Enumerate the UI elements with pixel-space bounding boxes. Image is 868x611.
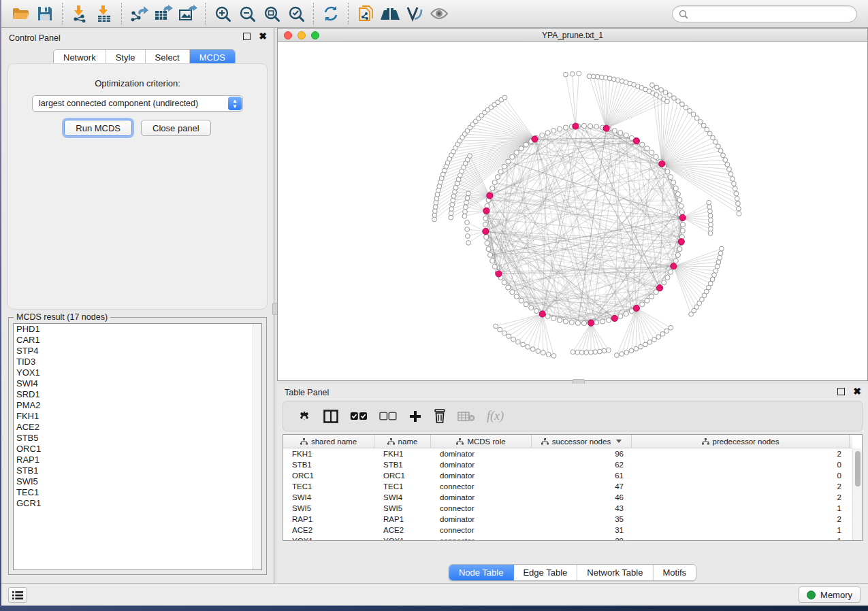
table-cell: 0 (632, 472, 850, 480)
mcds-node[interactable]: SWI4 (14, 378, 261, 389)
main-toolbar (1, 0, 868, 28)
mcds-node[interactable]: STB1 (14, 465, 261, 476)
mcds-result-list[interactable]: PHD1CAR1STP4TID3YOX1SWI4SRD1PMA2FKH1ACE2… (13, 323, 262, 570)
mcds-node[interactable]: SRD1 (14, 389, 261, 400)
tab-edge-table[interactable]: Edge Table (513, 565, 577, 580)
mcds-node[interactable]: PMA2 (14, 400, 261, 411)
column-header-MCDS-role[interactable]: MCDS role (431, 435, 532, 448)
column-header-name[interactable]: name (374, 435, 431, 448)
import-network-icon[interactable] (67, 2, 92, 25)
column-header-predecessor-nodes[interactable]: predecessor nodes (632, 435, 850, 448)
search-input[interactable] (672, 5, 857, 22)
table-row[interactable]: FKH1FKH1dominator962 (283, 448, 852, 459)
mcds-list-scrollbar[interactable] (253, 324, 261, 569)
table-cell: 0 (632, 461, 850, 469)
deselect-all-icon[interactable] (379, 412, 397, 421)
column-header-shared-name[interactable]: shared name (283, 435, 374, 448)
table-cell: STB1 (374, 461, 431, 469)
column-type-icon (541, 438, 549, 445)
mcds-node[interactable]: ORC1 (14, 444, 261, 455)
table-cell: RAP1 (374, 515, 431, 523)
export-table-icon[interactable] (151, 2, 176, 25)
table-row[interactable]: ACE2ACE2connector311 (283, 525, 852, 535)
mcds-node[interactable]: YOX1 (14, 367, 261, 378)
apply-layout-icon[interactable] (319, 2, 343, 25)
zoom-selected-icon[interactable] (284, 2, 308, 25)
network-view-window: YPA_prune.txt_1 (277, 28, 868, 381)
gear-icon[interactable] (297, 409, 312, 424)
add-column-icon[interactable] (408, 410, 422, 423)
table-row[interactable]: SWI5SWI5connector431 (283, 503, 852, 514)
memory-button[interactable]: Memory (799, 587, 861, 603)
run-mcds-button[interactable]: Run MCDS (64, 120, 132, 136)
close-panel-icon[interactable]: ✖ (853, 388, 861, 395)
table-scrollbar[interactable] (852, 448, 862, 540)
table-cell: ORC1 (283, 472, 374, 480)
table-row[interactable]: TEC1TEC1connector472 (283, 481, 852, 492)
network-window-titlebar[interactable]: YPA_prune.txt_1 (278, 29, 867, 42)
table-row[interactable]: SWI4SWI4dominator462 (283, 492, 852, 503)
mcds-node[interactable]: STP4 (14, 346, 261, 357)
table-row[interactable]: RAP1RAP1dominator352 (283, 514, 852, 525)
close-panel-icon[interactable]: ✖ (259, 33, 267, 40)
table-cell: FKH1 (374, 450, 431, 458)
mcds-node[interactable]: RAP1 (14, 455, 261, 465)
zoom-out-icon[interactable] (235, 2, 259, 25)
mcds-node[interactable]: ACE2 (14, 422, 261, 433)
mcds-node[interactable]: TID3 (14, 357, 261, 367)
tab-node-table[interactable]: Node Table (449, 565, 514, 580)
close-panel-button[interactable]: Close panel (141, 120, 211, 136)
table-cell: connector (431, 482, 532, 491)
table-cell: 2 (632, 450, 850, 458)
tab-motifs[interactable]: Motifs (653, 565, 696, 580)
table-row[interactable]: YOX1YOX1connector291 (283, 535, 852, 540)
table-cell: 1 (632, 504, 850, 512)
export-image-icon[interactable] (176, 2, 200, 25)
column-type-icon (387, 438, 395, 445)
mcds-node[interactable]: SWI5 (14, 476, 261, 487)
table-cell: 62 (532, 461, 632, 469)
eye-icon[interactable] (427, 2, 451, 25)
status-bar: Memory (1, 583, 868, 606)
table-row[interactable]: STB1STB1dominator620 (283, 459, 852, 470)
mcds-node[interactable]: TEC1 (14, 487, 261, 498)
node-table: shared namenameMCDS rolesuccessor nodesp… (283, 434, 863, 541)
toolbar-separator (313, 3, 314, 24)
table-cell: YOX1 (374, 537, 431, 540)
import-table-icon[interactable] (92, 2, 116, 25)
mcds-node[interactable]: GCR1 (14, 498, 261, 509)
columns-icon[interactable] (323, 410, 338, 423)
table-cell: dominator (431, 461, 532, 469)
graphics-details-icon[interactable] (402, 2, 427, 25)
table-cell: SWI5 (283, 504, 374, 512)
mcds-node[interactable]: PHD1 (14, 324, 261, 335)
column-type-icon (300, 438, 308, 445)
zoom-fit-icon[interactable] (259, 2, 284, 25)
optimization-criterion-select[interactable]: largest connected component (undirected)… (32, 95, 243, 112)
task-history-button[interactable] (8, 587, 27, 603)
export-document-icon[interactable] (353, 2, 378, 25)
table-cell: dominator (431, 493, 532, 501)
table-row[interactable]: ORC1ORC1dominator610 (283, 470, 852, 481)
export-network-icon[interactable] (127, 2, 151, 25)
select-all-icon[interactable] (350, 412, 368, 421)
find-binoculars-icon[interactable] (378, 2, 402, 25)
column-header-successor-nodes[interactable]: successor nodes (532, 435, 632, 448)
tab-network-table[interactable]: Network Table (577, 565, 653, 580)
table-cell: SWI5 (374, 504, 431, 512)
table-cell: SWI4 (374, 493, 431, 501)
delete-column-icon[interactable] (434, 409, 446, 423)
mcds-node[interactable]: STB5 (14, 433, 261, 444)
mcds-node[interactable]: FKH1 (14, 411, 261, 422)
column-type-icon (702, 438, 709, 445)
network-canvas[interactable] (278, 42, 867, 380)
optimization-criterion-label: Optimization criterion: (8, 78, 267, 88)
scrollbar-thumb[interactable] (855, 451, 861, 486)
float-panel-icon[interactable] (243, 33, 251, 40)
chevron-updown-icon: ▲▼ (228, 97, 242, 110)
open-file-icon[interactable] (8, 2, 33, 25)
float-panel-icon[interactable] (837, 388, 845, 395)
save-session-icon[interactable] (33, 2, 57, 25)
zoom-in-icon[interactable] (210, 2, 235, 25)
mcds-node[interactable]: CAR1 (14, 335, 261, 346)
